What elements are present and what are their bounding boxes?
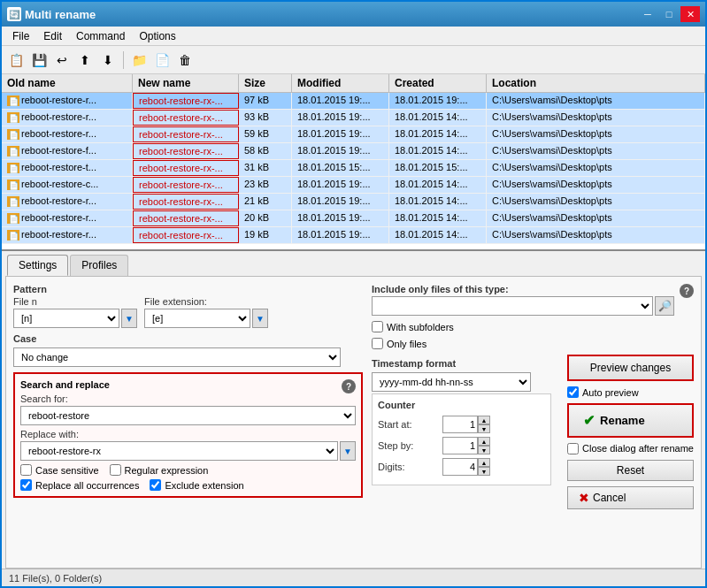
file-ext-arrow[interactable]: ▼ [252, 309, 268, 328]
table-row[interactable]: 📄reboot-restore-r... reboot-restore-rx-.… [2, 126, 705, 143]
close-after-checkbox[interactable] [567, 443, 579, 454]
search-replace-help-icon[interactable]: ? [342, 379, 356, 393]
step-by-spinner: ▲ ▼ [442, 437, 490, 454]
case-select[interactable]: No change UPPERCASE lowercase Title Case [13, 347, 341, 367]
step-by-row: Step by: ▲ ▼ [378, 437, 545, 454]
cell-location: C:\Users\vamsi\Desktop\pts [487, 126, 705, 142]
digits-input[interactable] [442, 458, 478, 476]
table-row[interactable]: 📄reboot-restore-r... reboot-restore-rx-.… [2, 110, 705, 126]
digits-up[interactable]: ▲ [478, 458, 490, 467]
replace-with-label: Replace with: [20, 429, 356, 439]
toolbar-btn-undo[interactable]: ↩ [51, 50, 73, 71]
replace-with-combo: reboot-restore-rx ▼ [20, 441, 356, 461]
start-at-input[interactable] [442, 416, 478, 433]
step-by-input[interactable] [442, 437, 478, 454]
cell-created: 18.01.2015 14:... [389, 210, 487, 226]
timestamp-select[interactable]: yyyy-mm-dd hh-nn-ss [372, 372, 531, 392]
include-files-section: Include only files of this type: 🔎 ? [372, 284, 694, 316]
cell-created: 18.01.2015 14:... [389, 177, 487, 193]
cell-newname: reboot-restore-rx-... [133, 110, 239, 126]
rename-button[interactable]: ✔ Rename [567, 403, 694, 438]
table-row[interactable]: 📄reboot-restore-t... reboot-restore-rx-.… [2, 160, 705, 177]
step-by-up[interactable]: ▲ [478, 437, 490, 446]
only-files-checkbox[interactable] [372, 338, 383, 349]
toolbar-btn-2[interactable]: 💾 [28, 50, 50, 71]
case-sensitive-checkbox[interactable] [20, 464, 32, 476]
col-header-modified[interactable]: Modified [292, 74, 389, 92]
menu-file[interactable]: File [5, 29, 36, 43]
replace-all-item: Replace all occurrences [20, 479, 139, 491]
pattern-section: Pattern File n [n] [N] [c] ▼ [13, 284, 363, 328]
search-for-row: Search for: reboot-restore [20, 393, 356, 425]
cell-oldname: 📄reboot-restore-r... [2, 210, 133, 226]
cell-location: C:\Users\vamsi\Desktop\pts [487, 177, 705, 193]
col-header-newname[interactable]: New name [133, 74, 239, 92]
include-files-select[interactable] [372, 296, 653, 316]
file-list-container: Old name New name Size Modified Created … [2, 74, 705, 251]
include-files-row: 🔎 [372, 296, 674, 316]
replace-all-label: Replace all occurrences [35, 480, 139, 491]
toolbar-btn-up[interactable]: ⬆ [74, 50, 96, 71]
tab-profiles[interactable]: Profiles [70, 255, 128, 276]
menu-options[interactable]: Options [132, 29, 182, 43]
include-files-help-icon[interactable]: ? [680, 284, 694, 298]
col-header-oldname[interactable]: Old name [2, 74, 133, 92]
tab-settings[interactable]: Settings [7, 255, 68, 276]
auto-preview-label: Auto preview [582, 387, 639, 398]
col-header-location[interactable]: Location [487, 74, 705, 92]
replace-all-checkbox[interactable] [20, 479, 32, 491]
menu-command[interactable]: Command [69, 29, 132, 43]
close-button[interactable]: ✕ [680, 6, 700, 22]
col-header-size[interactable]: Size [239, 74, 292, 92]
with-subfolders-checkbox[interactable] [372, 321, 383, 332]
search-for-select[interactable]: reboot-restore [20, 406, 356, 425]
table-row[interactable]: 📄reboot-restore-r... reboot-restore-rx-.… [2, 227, 705, 244]
reset-button[interactable]: Reset [567, 460, 694, 481]
cell-oldname: 📄reboot-restore-r... [2, 93, 133, 109]
file-ext-select[interactable]: [e] [E] [144, 309, 250, 328]
replace-with-arrow[interactable]: ▼ [340, 441, 356, 461]
cell-oldname: 📄reboot-restore-c... [2, 177, 133, 193]
maximize-button[interactable]: □ [659, 6, 679, 22]
table-row[interactable]: 📄reboot-restore-r... reboot-restore-rx-.… [2, 194, 705, 210]
cell-size: 23 kB [239, 177, 292, 193]
digits-down[interactable]: ▼ [478, 467, 490, 476]
toolbar-btn-delete[interactable]: 🗑 [174, 50, 196, 71]
regular-expression-item: Regular expression [110, 464, 209, 476]
start-at-up[interactable]: ▲ [478, 416, 490, 424]
table-row[interactable]: 📄reboot-restore-r... reboot-restore-rx-.… [2, 93, 705, 110]
cell-created: 18.01.2015 14:... [389, 227, 487, 243]
cell-modified: 18.01.2015 19:... [292, 194, 389, 210]
file-n-select[interactable]: [n] [N] [c] [13, 309, 119, 328]
preview-changes-button[interactable]: Preview changes [567, 355, 694, 381]
toolbar-btn-folder[interactable]: 📁 [128, 50, 150, 71]
search-for-label: Search for: [20, 393, 356, 404]
col-header-created[interactable]: Created [389, 74, 487, 92]
file-n-label: File n [13, 296, 137, 307]
replace-with-select[interactable]: reboot-restore-rx [20, 441, 338, 461]
minimize-button[interactable]: ─ [638, 6, 657, 22]
status-text: 11 File(s), 0 Folder(s) [9, 573, 102, 584]
auto-preview-checkbox[interactable] [567, 386, 579, 398]
table-row[interactable]: 📄reboot-restore-c... reboot-restore-rx-.… [2, 177, 705, 194]
start-at-down[interactable]: ▼ [478, 424, 490, 433]
file-n-arrow[interactable]: ▼ [121, 309, 137, 328]
toolbar-btn-file[interactable]: 📄 [151, 50, 173, 71]
menu-edit[interactable]: Edit [36, 29, 69, 43]
toolbar-btn-1[interactable]: 📋 [5, 50, 27, 71]
file-n-col: File n [n] [N] [c] ▼ [13, 296, 137, 328]
toolbar-btn-down[interactable]: ⬇ [97, 50, 119, 71]
case-sensitive-item: Case sensitive [20, 464, 99, 476]
window-title: Multi rename [25, 8, 96, 21]
only-files-item: Only files [372, 338, 427, 349]
settings-content: Pattern File n [n] [N] [c] ▼ [5, 276, 702, 569]
step-by-down[interactable]: ▼ [478, 446, 490, 454]
table-row[interactable]: 📄reboot-restore-f... reboot-restore-rx-.… [2, 143, 705, 160]
exclude-extension-checkbox[interactable] [150, 479, 161, 491]
cell-created: 18.01.2015 15:... [389, 160, 487, 176]
table-row[interactable]: 📄reboot-restore-r... reboot-restore-rx-.… [2, 210, 705, 227]
regular-expression-checkbox[interactable] [110, 464, 121, 476]
file-filter-icon[interactable]: 🔎 [655, 296, 674, 316]
cell-location: C:\Users\vamsi\Desktop\pts [487, 210, 705, 226]
cancel-button[interactable]: ✖ Cancel [567, 486, 694, 509]
